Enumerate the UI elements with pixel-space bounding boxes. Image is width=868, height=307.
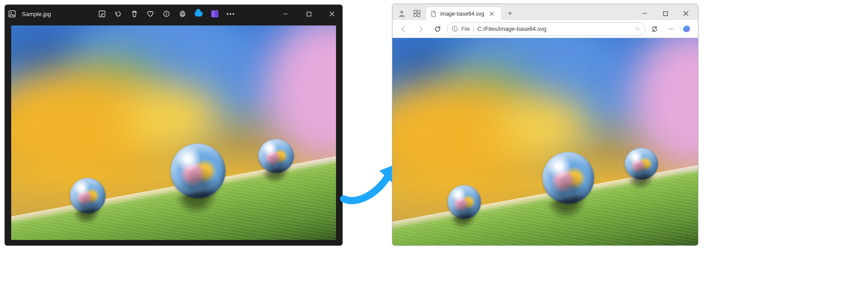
rendered-svg-image <box>392 38 698 245</box>
trash-icon <box>131 10 138 17</box>
svg-rect-8 <box>181 15 184 17</box>
workspaces-button[interactable] <box>410 7 424 20</box>
svg-point-4 <box>166 12 167 13</box>
heart-icon <box>147 10 154 17</box>
sync-icon <box>651 25 658 33</box>
edit-button[interactable] <box>94 7 110 21</box>
more-button[interactable]: ••• <box>223 7 238 21</box>
close-icon <box>329 11 335 17</box>
settings-menu-button[interactable]: ⋯ <box>664 22 679 36</box>
info-button[interactable] <box>159 7 174 21</box>
minimize-button[interactable] <box>275 7 296 21</box>
browser-viewport[interactable] <box>392 38 698 245</box>
file-icon <box>430 11 437 17</box>
photos-app-window: Sample.jpg <box>4 4 343 246</box>
profile-button[interactable] <box>395 7 408 20</box>
minimize-button[interactable] <box>634 7 655 20</box>
favorite-star-button[interactable]: ☆ <box>635 25 640 32</box>
onedrive-icon <box>195 11 203 17</box>
svg-rect-9 <box>307 12 311 16</box>
rotate-icon <box>115 10 122 17</box>
print-button[interactable] <box>175 7 190 21</box>
edge-nav-toolbar: ⓘ File C:/Files/image-base64.svg ☆ ⋯ <box>392 20 698 38</box>
maximize-icon <box>663 11 668 16</box>
edge-tab-strip: image-base64.svg + <box>392 4 698 20</box>
close-icon <box>489 12 494 16</box>
tab-title: image-base64.svg <box>440 11 484 17</box>
svg-rect-13 <box>414 14 417 17</box>
address-bar[interactable]: ⓘ File C:/Files/image-base64.svg ☆ <box>447 22 645 36</box>
profile-icon <box>398 9 406 17</box>
copilot-icon <box>683 24 693 34</box>
extensions-sync-button[interactable] <box>647 22 662 36</box>
arrow-left-icon <box>400 25 407 33</box>
forward-button[interactable] <box>413 22 428 36</box>
url-text: C:/Files/image-base64.svg <box>477 25 631 32</box>
url-scheme-label: File <box>461 26 474 32</box>
ellipsis-icon: ⋯ <box>668 25 675 32</box>
svg-rect-14 <box>417 14 420 17</box>
refresh-button[interactable] <box>430 22 445 36</box>
site-info-icon[interactable]: ⓘ <box>452 25 458 33</box>
tab-close-button[interactable] <box>489 12 498 16</box>
svg-rect-15 <box>664 12 668 16</box>
info-icon <box>163 10 170 17</box>
photos-image-viewport[interactable] <box>11 25 336 240</box>
delete-button[interactable] <box>127 7 142 21</box>
photos-file-title: Sample.jpg <box>20 11 74 17</box>
minimize-icon <box>642 11 647 16</box>
clipchamp-icon <box>211 10 218 17</box>
svg-rect-5 <box>166 13 166 16</box>
maximize-button[interactable] <box>655 7 676 20</box>
new-tab-button[interactable]: + <box>503 7 517 20</box>
maximize-button[interactable] <box>298 7 319 21</box>
svg-rect-0 <box>9 11 15 17</box>
print-icon <box>179 10 186 17</box>
photos-app-icon <box>9 10 17 17</box>
back-button[interactable] <box>396 22 411 36</box>
svg-rect-12 <box>417 10 420 13</box>
svg-rect-11 <box>414 10 417 13</box>
arrow-right-icon <box>417 25 424 33</box>
clipchamp-button[interactable] <box>207 7 222 21</box>
favorite-button[interactable] <box>143 7 158 21</box>
workspaces-icon <box>413 9 421 17</box>
close-icon <box>683 11 689 16</box>
svg-point-1 <box>10 12 12 13</box>
rotate-button[interactable] <box>111 7 126 21</box>
maximize-icon <box>306 12 311 17</box>
refresh-icon <box>434 25 441 33</box>
minimize-icon <box>283 11 288 17</box>
ellipsis-icon: ••• <box>226 11 235 17</box>
photos-titlebar: Sample.jpg <box>5 5 342 23</box>
svg-point-10 <box>400 11 403 13</box>
edge-window-controls <box>634 7 696 20</box>
displayed-image <box>11 25 336 240</box>
edge-browser-window: image-base64.svg + <box>392 4 698 246</box>
browser-tab-active[interactable]: image-base64.svg <box>425 7 502 20</box>
close-button[interactable] <box>322 7 342 21</box>
svg-rect-7 <box>181 11 184 13</box>
edit-icon <box>98 10 106 17</box>
copilot-button[interactable] <box>681 22 694 36</box>
photos-toolbar: ••• <box>94 7 238 21</box>
close-button[interactable] <box>676 7 696 20</box>
onedrive-button[interactable] <box>191 7 206 21</box>
